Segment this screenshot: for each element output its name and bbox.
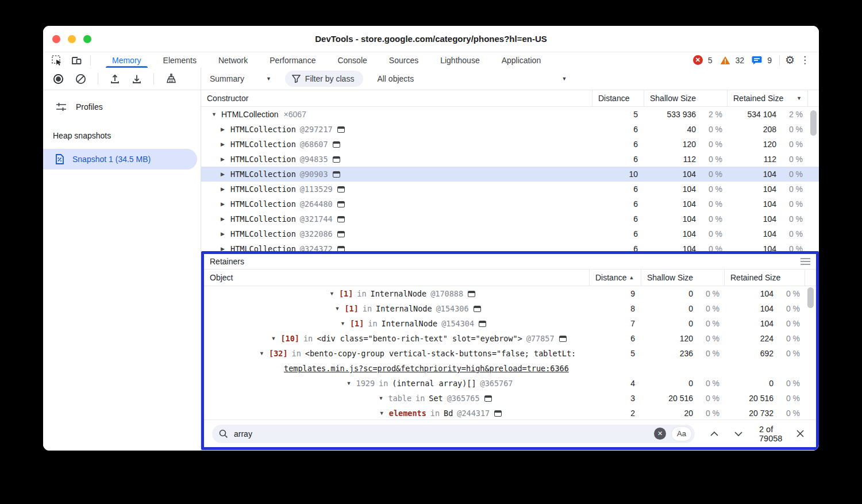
vertical-scrollbar[interactable]: [807, 287, 814, 308]
retainer-row[interactable]: ▼[32]in<bento-copy-group vertical-stack-…: [204, 346, 816, 376]
device-toolbar-icon[interactable]: [71, 55, 82, 66]
distance-cell: 6: [592, 122, 644, 137]
collect-garbage-icon[interactable]: [166, 73, 177, 84]
scroll-track: [807, 167, 819, 182]
issues-icon[interactable]: [752, 56, 762, 65]
reveal-in-summary-icon[interactable]: [559, 336, 567, 342]
tab-memory[interactable]: Memory: [101, 52, 152, 68]
tab-lighthouse[interactable]: Lighthouse: [429, 52, 491, 68]
close-search-icon[interactable]: [796, 429, 805, 438]
expand-icon: ▶: [221, 231, 230, 237]
minimize-window-button[interactable]: [68, 35, 76, 43]
distance-cell: 5: [592, 107, 644, 122]
save-profile-icon[interactable]: [132, 74, 142, 84]
retainer-object: <bento-copy-group vertical-stack-buttons…: [305, 346, 576, 361]
clear-profiles-icon[interactable]: [75, 74, 86, 84]
retained-size-cell: 20 7320 %: [724, 406, 805, 421]
snapshot-document-icon: [55, 154, 64, 164]
vertical-scrollbar[interactable]: [810, 110, 817, 136]
heap-table-row[interactable]: ▶HTMLCollection@11352961040 %1040 %: [201, 182, 819, 197]
issues-count[interactable]: 9: [767, 56, 772, 65]
warning-count-icon[interactable]: [720, 56, 730, 65]
object-cell: ▼[32]in<bento-copy-group vertical-stack-…: [204, 346, 589, 376]
reveal-in-summary-icon[interactable]: [333, 141, 340, 148]
error-count[interactable]: 5: [708, 56, 713, 65]
inspect-element-icon[interactable]: [51, 55, 63, 66]
more-options-icon[interactable]: ⋮: [800, 55, 810, 65]
heap-table-row[interactable]: ▶HTMLCollection@9483561120 %1120 %: [201, 152, 819, 167]
settings-gear-icon[interactable]: ⚙: [785, 55, 795, 66]
error-count-icon[interactable]: ✕: [693, 55, 703, 65]
reveal-in-summary-icon[interactable]: [337, 126, 345, 133]
search-input[interactable]: [234, 429, 648, 438]
tab-console[interactable]: Console: [326, 52, 378, 68]
reveal-in-summary-icon[interactable]: [337, 231, 345, 237]
memory-toolbar: Summary ▼ Filter by class All objects ▼: [43, 68, 819, 90]
reveal-in-summary-icon[interactable]: [479, 321, 486, 327]
search-field[interactable]: ✕ Aa: [212, 425, 695, 443]
retainer-property: [1]: [350, 319, 364, 328]
retainer-row[interactable]: ▼tableinSet@365765320 5160 %20 5160 %: [204, 391, 816, 406]
reveal-in-summary-icon[interactable]: [337, 186, 345, 193]
heap-table-row[interactable]: ▶HTMLCollection@32174461040 %1040 %: [201, 211, 819, 226]
reveal-in-summary-icon[interactable]: [474, 306, 481, 312]
object-filter-select[interactable]: All objects ▼: [377, 74, 572, 83]
warning-count[interactable]: 32: [736, 56, 745, 65]
match-case-toggle[interactable]: Aa: [672, 427, 691, 441]
column-header-shallow-size[interactable]: Shallow Size: [644, 90, 727, 106]
tab-performance[interactable]: Performance: [259, 52, 326, 68]
reveal-in-summary-icon[interactable]: [484, 395, 492, 402]
retainer-row[interactable]: ▼elementsinBd@2443172200 %20 7320 %: [204, 406, 816, 421]
reveal-in-summary-icon[interactable]: [333, 171, 340, 178]
tab-elements[interactable]: Elements: [152, 52, 207, 68]
heap-table-header: Constructor Distance Shallow Size Retain…: [201, 90, 819, 107]
clear-search-icon[interactable]: ✕: [654, 428, 666, 440]
heap-table-row[interactable]: ▶HTMLCollection@26448061040 %1040 %: [201, 197, 819, 211]
record-heap-icon[interactable]: [53, 74, 64, 84]
retainer-row[interactable]: ▼[1]inInternalNode@170888900 %1040 %: [204, 286, 816, 301]
tab-application[interactable]: Application: [491, 52, 552, 68]
load-profile-icon[interactable]: [110, 74, 120, 84]
source-location-link[interactable]: templates.min.js?sc=prod&fetchpriority=h…: [284, 361, 569, 376]
class-filter-input[interactable]: Filter by class: [285, 71, 364, 87]
reveal-in-summary-icon[interactable]: [337, 216, 345, 222]
column-header-distance[interactable]: Distance▲: [589, 270, 641, 286]
column-header-distance[interactable]: Distance: [592, 90, 644, 106]
tab-network[interactable]: Network: [207, 52, 259, 68]
column-header-retained-size[interactable]: Retained Size▼: [727, 90, 807, 106]
heap-table-row[interactable]: ▶HTMLCollection@90903101040 %1040 %: [201, 167, 819, 182]
zoom-window-button[interactable]: [83, 35, 91, 43]
retainer-row[interactable]: ▼[1]inInternalNode@154304700 %1040 %: [204, 316, 816, 331]
tab-sources[interactable]: Sources: [378, 52, 429, 68]
profiles-header[interactable]: Profiles: [43, 95, 201, 118]
reveal-in-summary-icon[interactable]: [333, 156, 340, 163]
scroll-track: [807, 152, 819, 167]
next-result-button[interactable]: [734, 431, 743, 437]
expand-icon: ▶: [221, 171, 230, 177]
hamburger-menu-icon[interactable]: [801, 258, 810, 265]
retainer-row[interactable]: ▼[1]inInternalNode@154306800 %1040 %: [204, 301, 816, 316]
retained-size-cell: 1040 %: [727, 182, 807, 197]
retained-size-cell: 1120 %: [727, 152, 807, 167]
heap-snapshots-section-label: Heap snapshots: [43, 131, 201, 140]
reveal-in-summary-icon[interactable]: [468, 291, 475, 297]
heap-table-row[interactable]: ▶HTMLCollection@32208661040 %1040 %: [201, 226, 819, 241]
shallow-size-cell: 00 %: [641, 286, 724, 301]
column-header-retained-size[interactable]: Retained Size: [724, 270, 805, 286]
previous-result-button[interactable]: [710, 431, 719, 437]
heap-table-row[interactable]: ▶HTMLCollection@2972176400 %2080 %: [201, 122, 819, 137]
reveal-in-summary-icon[interactable]: [494, 410, 502, 417]
reveal-in-summary-icon[interactable]: [337, 201, 345, 207]
heap-table-row[interactable]: ▼HTMLCollection×60675533 9362 %534 1042 …: [201, 107, 819, 122]
column-header-shallow-size[interactable]: Shallow Size: [641, 270, 724, 286]
retainer-row[interactable]: ▼[10]in<div class="bento-rich-text" slot…: [204, 331, 816, 346]
distance-cell: 6: [592, 137, 644, 152]
column-header-constructor[interactable]: Constructor: [201, 90, 592, 106]
heap-table-row[interactable]: ▶HTMLCollection@6860761200 %1200 %: [201, 137, 819, 152]
close-window-button[interactable]: [52, 35, 60, 43]
retainers-table-header: Object Distance▲ Shallow Size Retained S…: [204, 270, 816, 286]
perspective-select[interactable]: Summary ▼: [210, 74, 271, 83]
column-header-object[interactable]: Object: [204, 270, 589, 286]
retainer-row[interactable]: ▼1929in(internal array)[]@365767400 %00 …: [204, 376, 816, 391]
sidebar-item-snapshot-1[interactable]: Snapshot 1 (34.5 MB): [43, 149, 197, 170]
